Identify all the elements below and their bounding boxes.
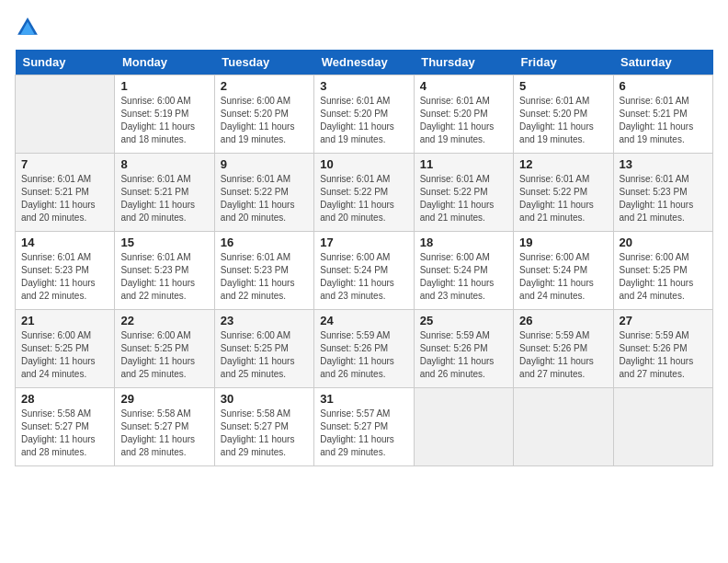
day-number: 27 [620, 314, 707, 327]
page-header [15, 15, 713, 40]
day-info: Sunrise: 5:57 AMSunset: 5:27 PMDaylight:… [320, 408, 407, 459]
day-info: Sunrise: 6:01 AMSunset: 5:21 PMDaylight:… [21, 173, 108, 224]
day-number: 25 [420, 314, 507, 327]
calendar-cell [414, 388, 513, 466]
day-number: 10 [320, 157, 407, 171]
calendar-cell: 3Sunrise: 6:01 AMSunset: 5:20 PMDaylight… [314, 75, 414, 154]
calendar-cell [613, 388, 712, 466]
day-number: 7 [21, 157, 108, 171]
day-info: Sunrise: 5:59 AMSunset: 5:26 PMDaylight:… [320, 329, 407, 381]
day-info: Sunrise: 5:58 AMSunset: 5:27 PMDaylight:… [21, 408, 108, 459]
calendar-cell: 24Sunrise: 5:59 AMSunset: 5:26 PMDayligh… [314, 310, 414, 388]
calendar-body: 1Sunrise: 6:00 AMSunset: 5:19 PMDaylight… [16, 75, 713, 466]
calendar-cell: 17Sunrise: 6:00 AMSunset: 5:24 PMDayligh… [314, 232, 414, 310]
day-info: Sunrise: 6:01 AMSunset: 5:22 PMDaylight:… [320, 173, 407, 224]
day-number: 18 [420, 236, 507, 249]
weekday-header-saturday: Saturday [613, 50, 712, 75]
calendar-cell: 18Sunrise: 6:00 AMSunset: 5:24 PMDayligh… [414, 232, 513, 310]
calendar-cell: 13Sunrise: 6:01 AMSunset: 5:23 PMDayligh… [613, 154, 712, 232]
calendar-cell: 14Sunrise: 6:01 AMSunset: 5:23 PMDayligh… [16, 232, 115, 310]
calendar-cell: 5Sunrise: 6:01 AMSunset: 5:20 PMDaylight… [514, 75, 613, 154]
day-info: Sunrise: 6:00 AMSunset: 5:24 PMDaylight:… [320, 251, 407, 303]
day-number: 2 [221, 79, 308, 93]
day-info: Sunrise: 6:00 AMSunset: 5:25 PMDaylight:… [620, 251, 707, 303]
logo [15, 15, 44, 40]
day-info: Sunrise: 6:00 AMSunset: 5:25 PMDaylight:… [21, 329, 108, 381]
calendar-cell: 16Sunrise: 6:01 AMSunset: 5:23 PMDayligh… [214, 232, 313, 310]
weekday-row: SundayMondayTuesdayWednesdayThursdayFrid… [16, 50, 713, 75]
weekday-header-friday: Friday [514, 50, 613, 75]
day-info: Sunrise: 6:01 AMSunset: 5:22 PMDaylight:… [519, 173, 607, 224]
calendar-header: SundayMondayTuesdayWednesdayThursdayFrid… [16, 50, 713, 75]
calendar-cell: 11Sunrise: 6:01 AMSunset: 5:22 PMDayligh… [414, 154, 513, 232]
day-info: Sunrise: 6:01 AMSunset: 5:22 PMDaylight:… [221, 173, 308, 224]
calendar-table: SundayMondayTuesdayWednesdayThursdayFrid… [15, 50, 713, 466]
calendar-cell [514, 388, 613, 466]
day-info: Sunrise: 6:01 AMSunset: 5:21 PMDaylight:… [620, 95, 707, 146]
day-info: Sunrise: 5:58 AMSunset: 5:27 PMDaylight:… [221, 408, 308, 459]
weekday-header-wednesday: Wednesday [314, 50, 414, 75]
calendar-week-2: 7Sunrise: 6:01 AMSunset: 5:21 PMDaylight… [16, 154, 713, 232]
calendar-week-1: 1Sunrise: 6:00 AMSunset: 5:19 PMDaylight… [16, 75, 713, 154]
day-info: Sunrise: 6:01 AMSunset: 5:23 PMDaylight:… [21, 251, 108, 303]
day-number: 16 [221, 236, 308, 249]
weekday-header-tuesday: Tuesday [214, 50, 313, 75]
day-number: 3 [320, 79, 407, 93]
day-info: Sunrise: 6:01 AMSunset: 5:21 PMDaylight:… [120, 173, 208, 224]
weekday-header-thursday: Thursday [414, 50, 513, 75]
day-info: Sunrise: 6:01 AMSunset: 5:22 PMDaylight:… [420, 173, 507, 224]
day-number: 1 [120, 79, 208, 93]
day-number: 8 [120, 157, 208, 171]
day-number: 11 [420, 157, 507, 171]
calendar-week-3: 14Sunrise: 6:01 AMSunset: 5:23 PMDayligh… [16, 232, 713, 310]
calendar-cell: 27Sunrise: 5:59 AMSunset: 5:26 PMDayligh… [613, 310, 712, 388]
day-number: 31 [320, 392, 407, 406]
calendar-cell: 7Sunrise: 6:01 AMSunset: 5:21 PMDaylight… [16, 154, 115, 232]
day-number: 19 [519, 236, 607, 249]
day-info: Sunrise: 6:00 AMSunset: 5:20 PMDaylight:… [221, 95, 308, 146]
calendar-cell: 25Sunrise: 5:59 AMSunset: 5:26 PMDayligh… [414, 310, 513, 388]
calendar-week-4: 21Sunrise: 6:00 AMSunset: 5:25 PMDayligh… [16, 310, 713, 388]
calendar-week-5: 28Sunrise: 5:58 AMSunset: 5:27 PMDayligh… [16, 388, 713, 466]
day-info: Sunrise: 5:59 AMSunset: 5:26 PMDaylight:… [620, 329, 707, 381]
weekday-header-sunday: Sunday [16, 50, 115, 75]
day-info: Sunrise: 6:01 AMSunset: 5:20 PMDaylight:… [519, 95, 607, 146]
calendar-cell [16, 75, 115, 154]
day-number: 13 [620, 157, 707, 171]
calendar-cell: 4Sunrise: 6:01 AMSunset: 5:20 PMDaylight… [414, 75, 513, 154]
calendar-cell: 2Sunrise: 6:00 AMSunset: 5:20 PMDaylight… [214, 75, 313, 154]
day-info: Sunrise: 6:01 AMSunset: 5:23 PMDaylight:… [221, 251, 308, 303]
day-number: 12 [519, 157, 607, 171]
calendar-cell: 9Sunrise: 6:01 AMSunset: 5:22 PMDaylight… [214, 154, 313, 232]
day-number: 22 [120, 314, 208, 327]
day-info: Sunrise: 6:00 AMSunset: 5:19 PMDaylight:… [120, 95, 208, 146]
calendar-cell: 28Sunrise: 5:58 AMSunset: 5:27 PMDayligh… [16, 388, 115, 466]
day-number: 9 [221, 157, 308, 171]
calendar-cell: 30Sunrise: 5:58 AMSunset: 5:27 PMDayligh… [214, 388, 313, 466]
logo-icon [15, 15, 40, 40]
day-number: 5 [519, 79, 607, 93]
weekday-header-monday: Monday [115, 50, 214, 75]
day-info: Sunrise: 6:01 AMSunset: 5:20 PMDaylight:… [320, 95, 407, 146]
day-number: 24 [320, 314, 407, 327]
calendar-cell: 15Sunrise: 6:01 AMSunset: 5:23 PMDayligh… [115, 232, 214, 310]
calendar-cell: 23Sunrise: 6:00 AMSunset: 5:25 PMDayligh… [214, 310, 313, 388]
day-number: 20 [620, 236, 707, 249]
day-number: 6 [620, 79, 707, 93]
day-number: 29 [120, 392, 208, 406]
day-number: 4 [420, 79, 507, 93]
calendar-cell: 26Sunrise: 5:59 AMSunset: 5:26 PMDayligh… [514, 310, 613, 388]
day-info: Sunrise: 6:00 AMSunset: 5:25 PMDaylight:… [120, 329, 208, 381]
day-number: 30 [221, 392, 308, 406]
calendar-cell: 22Sunrise: 6:00 AMSunset: 5:25 PMDayligh… [115, 310, 214, 388]
day-info: Sunrise: 6:00 AMSunset: 5:24 PMDaylight:… [519, 251, 607, 303]
day-info: Sunrise: 6:01 AMSunset: 5:23 PMDaylight:… [120, 251, 208, 303]
day-info: Sunrise: 6:00 AMSunset: 5:25 PMDaylight:… [221, 329, 308, 381]
calendar-cell: 20Sunrise: 6:00 AMSunset: 5:25 PMDayligh… [613, 232, 712, 310]
calendar-cell: 6Sunrise: 6:01 AMSunset: 5:21 PMDaylight… [613, 75, 712, 154]
day-info: Sunrise: 5:59 AMSunset: 5:26 PMDaylight:… [420, 329, 507, 381]
day-number: 14 [21, 236, 108, 249]
day-number: 28 [21, 392, 108, 406]
day-number: 17 [320, 236, 407, 249]
day-info: Sunrise: 5:59 AMSunset: 5:26 PMDaylight:… [519, 329, 607, 381]
